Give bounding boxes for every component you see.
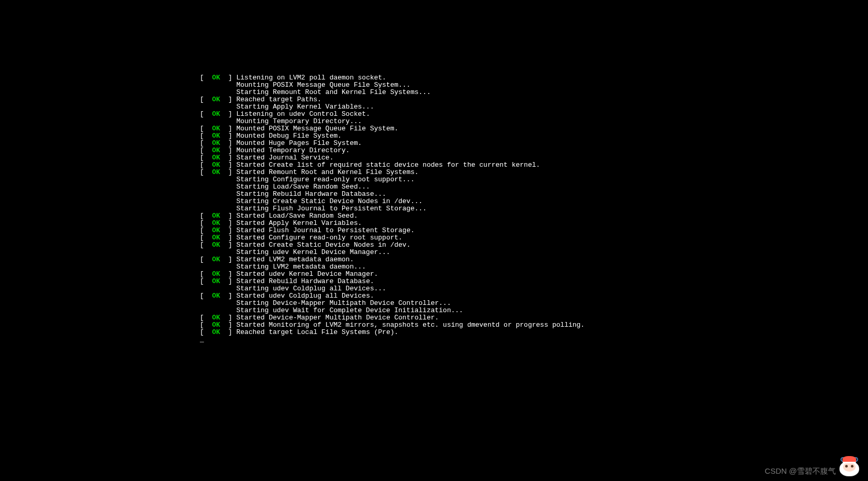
status-ok: OK <box>212 74 220 82</box>
boot-message: Starting Load/Save Random Seed... <box>236 183 370 191</box>
status-ok: OK <box>212 132 220 140</box>
boot-line: Starting Remount Root and Kernel File Sy… <box>200 89 585 96</box>
bracket-open: [ <box>200 270 212 278</box>
boot-line: [ OK ] Started Create list of required s… <box>200 162 585 169</box>
indent <box>200 176 236 183</box>
bracket-close: ] <box>220 219 236 227</box>
bracket-close: ] <box>220 125 236 132</box>
boot-message: Starting Configure read-only root suppor… <box>236 176 414 183</box>
boot-message: Started Journal Service. <box>236 154 333 162</box>
bracket-close: ] <box>220 241 236 249</box>
bracket-close: ] <box>220 132 236 140</box>
bracket-open: [ <box>200 241 212 249</box>
status-ok: OK <box>212 292 220 300</box>
boot-line: [ OK ] Started Load/Save Random Seed. <box>200 212 585 220</box>
bracket-close: ] <box>220 139 236 147</box>
bracket-close: ] <box>220 277 236 285</box>
boot-message: Started Apply Kernel Variables. <box>236 219 362 227</box>
status-ok: OK <box>212 226 220 234</box>
indent <box>200 205 236 212</box>
bracket-open: [ <box>200 234 212 242</box>
status-ok: OK <box>212 125 220 132</box>
boot-message: Listening on LVM2 poll daemon socket. <box>236 74 386 82</box>
boot-line: [ OK ] Started udev Kernel Device Manage… <box>200 271 585 278</box>
boot-line: [ OK ] Started Configure read-only root … <box>200 234 585 242</box>
bracket-open: [ <box>200 139 212 147</box>
boot-message: Started Create Static Device Nodes in /d… <box>236 241 410 249</box>
boot-line: Starting Device-Mapper Multipath Device … <box>200 300 585 307</box>
boot-message: Started Configure read-only root support… <box>236 234 402 242</box>
status-ok: OK <box>212 321 220 329</box>
indent <box>200 190 236 198</box>
indent <box>200 81 236 89</box>
bracket-close: ] <box>220 96 236 103</box>
boot-line: [ OK ] Mounted Huge Pages File System. <box>200 140 585 147</box>
boot-message: Started udev Coldplug all Devices. <box>236 292 374 300</box>
boot-line: [ OK ] Started Apply Kernel Variables. <box>200 220 585 227</box>
status-ok: OK <box>212 270 220 278</box>
indent <box>200 263 236 271</box>
bracket-open: [ <box>200 256 212 263</box>
bracket-open: [ <box>200 154 212 162</box>
boot-line: [ OK ] Started Monitoring of LVM2 mirror… <box>200 322 585 329</box>
boot-message: Started LVM2 metadata daemon. <box>236 256 354 263</box>
boot-line: [ OK ] Started LVM2 metadata daemon. <box>200 256 585 263</box>
boot-line: Starting Rebuild Hardware Database... <box>200 191 585 198</box>
boot-line: Starting Create Static Device Nodes in /… <box>200 198 585 205</box>
boot-line: [ OK ] Started Flush Journal to Persiste… <box>200 227 585 234</box>
boot-line: Starting udev Kernel Device Manager... <box>200 249 585 256</box>
boot-message: Started Load/Save Random Seed. <box>236 212 358 220</box>
bracket-close: ] <box>220 314 236 322</box>
indent <box>200 183 236 191</box>
boot-message: Reached target Paths. <box>236 96 321 103</box>
boot-line: [ OK ] Mounted Debug File System. <box>200 132 585 140</box>
bracket-open: [ <box>200 168 212 176</box>
boot-message: Mounted POSIX Message Queue File System. <box>236 125 398 132</box>
boot-message: Mounted Temporary Directory. <box>236 146 349 154</box>
boot-line: Starting Apply Kernel Variables... <box>200 103 585 111</box>
bracket-open: [ <box>200 292 212 300</box>
indent <box>200 88 236 96</box>
bracket-open: [ <box>200 314 212 322</box>
boot-line: [ OK ] Started Journal Service. <box>200 154 585 162</box>
boot-message: Mounted Huge Pages File System. <box>236 139 362 147</box>
bracket-open: [ <box>200 74 212 82</box>
boot-message: Starting udev Kernel Device Manager... <box>236 248 390 256</box>
boot-line: Starting Load/Save Random Seed... <box>200 183 585 191</box>
status-ok: OK <box>212 161 220 169</box>
boot-line: Starting udev Coldplug all Devices... <box>200 285 585 292</box>
status-ok: OK <box>212 328 220 336</box>
bracket-close: ] <box>220 212 236 220</box>
status-ok: OK <box>212 168 220 176</box>
bracket-close: ] <box>220 256 236 263</box>
bracket-open: [ <box>200 226 212 234</box>
boot-line: [ OK ] Listening on udev Control Socket. <box>200 111 585 118</box>
bracket-close: ] <box>220 226 236 234</box>
status-ok: OK <box>212 234 220 242</box>
watermark-text: CSDN @雪碧不腹气 <box>765 467 836 475</box>
bracket-open: [ <box>200 161 212 169</box>
bracket-close: ] <box>220 161 236 169</box>
mascot-icon <box>835 450 864 479</box>
boot-line: Mounting Temporary Directory... <box>200 118 585 125</box>
status-ok: OK <box>212 139 220 147</box>
boot-message: Started Rebuild Hardware Database. <box>236 277 374 285</box>
bracket-close: ] <box>220 328 236 336</box>
bracket-close: ] <box>220 270 236 278</box>
bracket-open: [ <box>200 321 212 329</box>
boot-line: [ OK ] Started Remount Root and Kernel F… <box>200 169 585 176</box>
boot-message: Reached target Local File Systems (Pre). <box>236 328 398 336</box>
boot-line: [ OK ] Started udev Coldplug all Devices… <box>200 292 585 300</box>
indent <box>200 306 236 314</box>
status-ok: OK <box>212 96 220 103</box>
status-ok: OK <box>212 277 220 285</box>
boot-line: Starting udev Wait for Complete Device I… <box>200 307 585 314</box>
boot-console: [ OK ] Listening on LVM2 poll daemon soc… <box>200 74 585 343</box>
status-ok: OK <box>212 241 220 249</box>
cursor-line: _ <box>200 336 585 343</box>
boot-message: Listening on udev Control Socket. <box>236 110 370 118</box>
bracket-close: ] <box>220 234 236 242</box>
bracket-open: [ <box>200 212 212 220</box>
boot-line: [ OK ] Reached target Local File Systems… <box>200 329 585 336</box>
bracket-open: [ <box>200 219 212 227</box>
